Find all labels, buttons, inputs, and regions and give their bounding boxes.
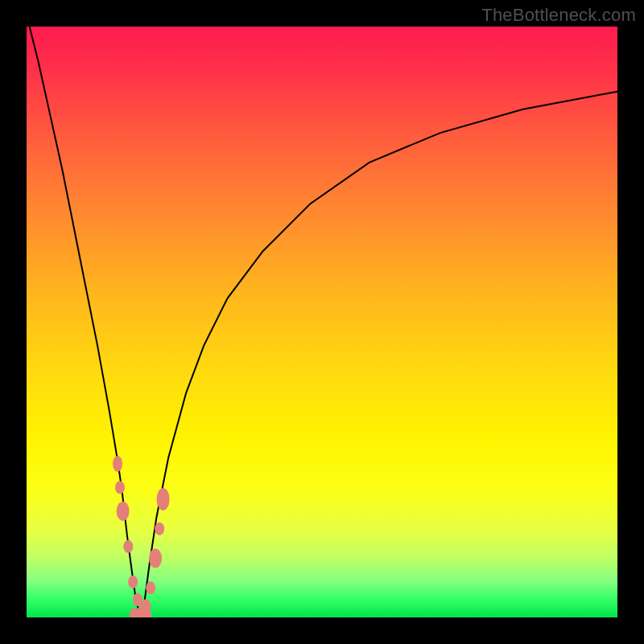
curve-layer [27,27,617,617]
data-marker [149,549,162,568]
data-marker [155,522,164,535]
data-marker [128,576,138,588]
watermark-text: TheBottleneck.com [481,5,636,26]
data-marker [113,456,122,472]
data-marker [146,581,155,594]
data-marker [123,540,133,553]
chart-frame: TheBottleneck.com [0,0,644,644]
bottleneck-curve [27,27,617,617]
data-marker [117,502,130,521]
plot-area [27,27,617,617]
marker-group [113,456,170,617]
data-marker [133,593,142,606]
data-marker [115,481,125,494]
data-marker [157,488,170,510]
